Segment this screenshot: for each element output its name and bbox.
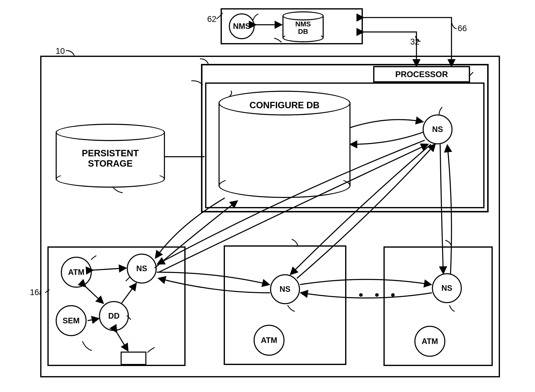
dd-node: DD xyxy=(99,301,129,331)
configure-db-cylinder: CONFIGURE DB xyxy=(219,91,350,198)
nms-label: NMS xyxy=(233,22,250,31)
nms-db-cylinder: NMS DB xyxy=(283,11,324,42)
box-16b xyxy=(224,245,346,365)
atm-label-b: ATM xyxy=(261,336,277,345)
nms-db-label1: NMS xyxy=(295,20,311,28)
ns-node-n: NS xyxy=(432,273,462,303)
ns-label-b: NS xyxy=(136,264,147,273)
ns-node-c: NS xyxy=(270,274,300,304)
nms-db-label2: DB xyxy=(298,28,308,35)
ns-node-b: NS xyxy=(127,254,157,284)
atm-label-n: ATM xyxy=(422,337,438,346)
sem-label: SEM xyxy=(63,316,79,325)
atm-node-b: ATM xyxy=(254,325,284,356)
ns-label-n: NS xyxy=(441,284,452,293)
configure-db-label: CONFIGURE DB xyxy=(249,100,320,110)
persistent-label1: PERSISTENT xyxy=(82,148,139,158)
dd-label: DD xyxy=(108,312,120,320)
processor-label: PROCESSOR xyxy=(395,70,448,79)
ref-66: 66 xyxy=(458,24,467,33)
persistent-label2: STORAGE xyxy=(88,158,133,169)
ref-32: 32 xyxy=(410,37,419,47)
nms-node: NMS xyxy=(229,13,255,39)
sem-node: SEM xyxy=(56,305,87,336)
ref-62: 62 xyxy=(207,14,216,24)
ellipsis-dots: • • • xyxy=(359,288,399,302)
ns-label-c: NS xyxy=(279,285,290,294)
port-box-44a xyxy=(121,352,146,365)
atm-node-n: ATM xyxy=(414,326,445,357)
ns-node-a: NS xyxy=(423,114,452,144)
persistent-storage-cylinder: PERSISTENT STORAGE xyxy=(56,124,165,188)
system-architecture-diagram: 10 12 40 42 60 61 62 66 32 24 21 220a 22… xyxy=(0,0,535,392)
processor-box: PROCESSOR xyxy=(373,66,470,83)
ns-label-a: NS xyxy=(432,125,443,134)
atm-label-a: ATM xyxy=(68,268,84,277)
atm-node-a: ATM xyxy=(61,257,92,288)
ref-10: 10 xyxy=(56,47,65,56)
